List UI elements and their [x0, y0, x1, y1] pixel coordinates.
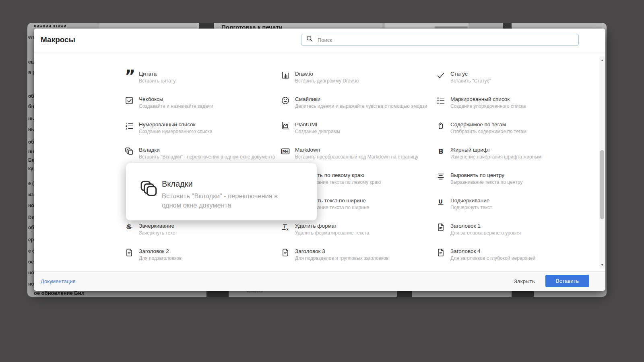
macro-item-emoji[interactable]: Смайлики Делитесь идеями и выражайте чув… [281, 96, 436, 121]
macro-title: Маркированный список [450, 96, 526, 103]
macro-item-heading4[interactable]: Заголовок 4 Для заголовков с глубокой ие… [436, 248, 599, 274]
macro-item-numbered-list[interactable]: 123 Нумерованный список Создание нумеров… [125, 121, 281, 147]
macro-desc: Вставить диаграмму Draw.io [295, 78, 359, 84]
macro-item-quote[interactable]: ” Цитата Вставить цитату [125, 71, 281, 96]
search-icon [306, 35, 313, 45]
text-caret [317, 37, 317, 43]
macro-desc: Для заголовка верхнего уровня [450, 230, 521, 236]
macro-title: Жирный шрифт [450, 147, 541, 153]
dialog-footer: Документация Закрыть Вставить [34, 271, 605, 291]
macro-desc: Делитесь идеями и выражайте чувства с по… [295, 103, 427, 109]
scroll-down-arrow[interactable]: ▼ [599, 263, 605, 266]
macro-title: Заголовок 1 [450, 223, 521, 229]
checkmark-icon [436, 71, 447, 80]
macro-title: Зачеркивание [139, 223, 177, 229]
document-icon [436, 248, 447, 258]
macro-tooltip: Вкладки Вставить "Вкладки" - переключени… [126, 163, 317, 220]
macro-desc: Отобразить содержимое по тегам [450, 129, 526, 134]
scroll-up-arrow[interactable]: ▲ [599, 59, 605, 62]
bg-text-fragment: ое [28, 259, 34, 265]
scrollbar-thumb[interactable] [600, 150, 604, 219]
insert-button[interactable]: Вставить [545, 275, 589, 287]
macro-item-plantuml[interactable]: PlantUML Создание диаграмм [281, 121, 436, 147]
bg-dark-block [512, 291, 534, 297]
macro-title: Цитата [139, 71, 175, 77]
macro-item-heading3[interactable]: Заголовок 3 Для подразделов и групповых … [281, 248, 436, 274]
macro-item-heading1[interactable]: Заголовок 1 Для заголовка верхнего уровн… [436, 223, 599, 248]
macro-item-content-by-tags[interactable]: Содержимое по тегам Отобразить содержимо… [436, 121, 599, 147]
macro-title: Нумерованный список [139, 121, 213, 128]
macro-desc: Изменение начертания шрифта жирным [450, 154, 541, 160]
macro-desc: Вставить цитату [139, 78, 175, 84]
macro-item-checkboxes[interactable]: Чекбоксы Создавайте и назначайте задачи [125, 96, 281, 121]
screen: нижнии этажи Подготовка к печати ели ещ … [0, 0, 644, 362]
bulleted-list-icon [436, 96, 447, 106]
macro-title: Статус [450, 71, 491, 77]
scrollbar[interactable]: ▲ ▼ [599, 56, 605, 269]
tooltip-description: Вставить "Вкладки" - переключения в одно… [162, 191, 295, 210]
document-icon [436, 223, 447, 232]
macro-title: Смайлики [295, 96, 427, 103]
macro-desc: Выравнивание текста по центру [450, 179, 522, 185]
macro-title: Удалить формат [295, 223, 369, 229]
macro-item-underline[interactable]: U Подчеркивание Подчеркнуть текст [436, 197, 599, 223]
svg-text:1: 1 [126, 122, 127, 125]
macro-item-strikethrough[interactable]: S Зачеркивание Зачеркнуть текст [125, 223, 281, 248]
bg-dark-block [206, 291, 229, 297]
macro-title: Чекбоксы [139, 96, 213, 103]
macro-title: Выровнять по центру [450, 172, 522, 179]
bg-text-fragment: нижнии этажи [34, 24, 66, 28]
bg-text-fragment: е ( [28, 181, 34, 186]
macro-desc: Для подразделов и групповых заголовков [295, 255, 388, 261]
macro-title: Содержимое по тегам [450, 121, 526, 128]
quote-icon: ” [125, 71, 135, 80]
macro-desc: Создавайте и назначайте задачи [139, 103, 213, 109]
macro-desc: Подчеркнуть текст [450, 205, 492, 210]
bg-text-fragment: бн [28, 104, 34, 109]
macro-desc: Вставить "Статус" [450, 78, 491, 84]
checkbox-icon [125, 96, 135, 106]
macro-desc: Создание диаграмм [295, 129, 340, 134]
macro-item-bulleted-list[interactable]: Маркированный список Создание упорядочен… [436, 96, 599, 121]
bg-text-fragment: ер [28, 237, 34, 243]
macro-item-bold[interactable]: B Жирный шрифт Изменение начертания шриф… [436, 147, 599, 172]
document-icon [125, 248, 135, 258]
underline-icon: U [436, 197, 447, 207]
search-placeholder: Поиск [318, 37, 332, 43]
macro-title: Заголовок 3 [295, 248, 388, 255]
macro-item-drawio[interactable]: Draw.io Вставить диаграмму Draw.io [281, 71, 436, 96]
svg-text:U: U [438, 198, 443, 205]
bg-text-fragment: нь [28, 116, 34, 121]
macro-title: Draw.io [295, 71, 359, 77]
macro-title: Markdown [295, 147, 418, 153]
tag-icon [436, 121, 447, 131]
macro-title: Вкладки [139, 147, 275, 153]
smiley-icon [281, 96, 291, 106]
documentation-link[interactable]: Документация [41, 278, 76, 284]
macro-item-remove-format[interactable]: Tx Удалить формат Удалить форматирование… [281, 223, 436, 248]
bg-text-fragment: но [28, 203, 34, 208]
tabs-icon [140, 179, 158, 200]
numbered-list-icon: 123 [125, 121, 135, 131]
macro-title: Подчеркивание [450, 197, 492, 204]
search-input[interactable]: Поиск [301, 34, 579, 46]
svg-text:B: B [439, 148, 444, 155]
macro-item-align-center[interactable]: Выровнять по центру Выравнивание текста … [436, 172, 599, 197]
macro-item-status[interactable]: Статус Вставить "Статус" [436, 71, 599, 96]
document-icon [281, 248, 291, 258]
bg-dark-block [397, 291, 412, 297]
bg-text-fragment: об [28, 93, 34, 99]
svg-text:3: 3 [126, 128, 127, 130]
macro-desc: Удалить форматирование текста [295, 230, 369, 236]
bar-chart-icon [281, 71, 291, 80]
macro-item-heading2[interactable]: Заголовок 2 Для подзаголовков [125, 248, 281, 274]
macro-desc: Для заголовков с глубокой иерархией [450, 255, 535, 261]
macro-title: Заголовок 2 [139, 248, 182, 255]
macro-desc: Вставить "Вкладки" - переключения в одно… [139, 154, 275, 160]
close-button[interactable]: Закрыть [514, 278, 535, 284]
macro-desc: Создание упорядоченного списка [450, 103, 526, 109]
macro-desc: Создание нумерованного списка [139, 129, 213, 134]
dialog-title: Макросы [41, 35, 75, 44]
macro-desc: Зачеркнуть текст [139, 230, 177, 236]
diagram-icon [281, 121, 291, 131]
